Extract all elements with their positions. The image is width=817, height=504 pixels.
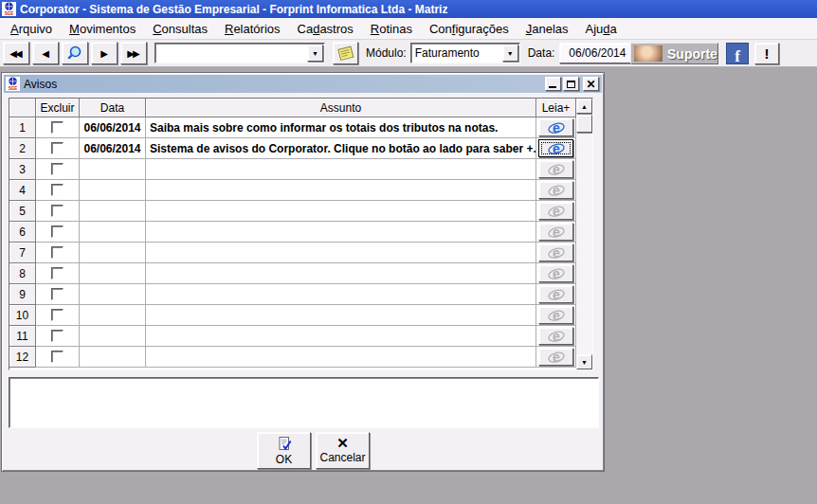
excluir-checkbox[interactable] (51, 184, 64, 196)
maximize-button[interactable] (563, 77, 579, 91)
support-button[interactable]: Suporte (630, 43, 718, 64)
data-cell[interactable]: 06/06/2014 (80, 117, 146, 138)
assunto-cell[interactable] (146, 326, 536, 347)
excluir-checkbox[interactable] (51, 309, 64, 321)
minimize-button[interactable] (545, 77, 561, 91)
alert-button[interactable]: ! (754, 43, 779, 64)
ok-label: OK (276, 453, 292, 466)
data-cell[interactable] (80, 326, 146, 347)
excluir-cell[interactable] (36, 243, 80, 263)
leia-mais-button[interactable]: e (538, 327, 573, 345)
excluir-cell[interactable] (36, 138, 80, 159)
excluir-cell[interactable] (36, 305, 80, 326)
leia-mais-button[interactable]: e (538, 243, 573, 261)
data-cell[interactable] (80, 305, 146, 326)
leia-mais-button[interactable]: e (538, 348, 573, 366)
menu-item-configuracoes[interactable]: Configurações (421, 19, 517, 39)
scroll-down-button[interactable]: ▼ (576, 354, 592, 369)
search-dropdown-button[interactable]: ▼ (307, 45, 323, 62)
leia-mais-button[interactable]: e (538, 118, 573, 136)
assunto-cell[interactable] (146, 284, 536, 305)
leia-mais-button[interactable]: e (538, 306, 573, 324)
module-combobox[interactable]: ▼ (410, 43, 520, 63)
next-record-button[interactable]: ▶ (91, 42, 118, 64)
date-field[interactable]: 06/06/2014 (559, 43, 635, 63)
data-cell[interactable] (80, 347, 146, 368)
leia-mais-button[interactable]: e (538, 264, 573, 282)
data-cell[interactable] (80, 159, 146, 180)
assunto-cell[interactable] (146, 243, 536, 263)
excluir-checkbox[interactable] (51, 288, 64, 300)
data-cell[interactable] (80, 180, 146, 201)
data-cell[interactable] (80, 243, 146, 263)
row-number: 10 (9, 305, 36, 326)
scroll-up-button[interactable]: ▲ (576, 99, 592, 114)
excluir-checkbox[interactable] (51, 351, 64, 363)
search-button[interactable] (62, 42, 88, 64)
first-record-button[interactable]: ◀◀ (3, 42, 29, 64)
excluir-checkbox[interactable] (51, 267, 64, 279)
data-cell[interactable] (80, 201, 146, 222)
excluir-cell[interactable] (36, 347, 80, 368)
menu-item-relatorios[interactable]: Relatórios (216, 19, 289, 39)
leia-mais-button[interactable]: e (538, 285, 573, 303)
module-dropdown-button[interactable]: ▼ (502, 45, 518, 62)
leia-mais-button[interactable]: e (538, 160, 573, 178)
menu-item-arquivo[interactable]: Arquivo (2, 19, 61, 39)
assunto-cell[interactable] (146, 159, 536, 180)
excluir-cell[interactable] (36, 201, 80, 222)
excluir-checkbox[interactable] (51, 121, 64, 134)
data-cell[interactable] (80, 263, 146, 284)
leia-mais-button[interactable]: e (538, 139, 573, 157)
last-record-button[interactable]: ▶▶ (120, 42, 147, 64)
assunto-cell[interactable] (146, 180, 536, 201)
leia-mais-button[interactable]: e (538, 181, 573, 199)
excluir-checkbox[interactable] (51, 225, 64, 238)
excluir-cell[interactable] (36, 180, 80, 201)
assunto-cell[interactable] (146, 201, 536, 222)
notes-button[interactable] (333, 42, 358, 64)
assunto-cell[interactable] (146, 347, 536, 368)
excluir-checkbox[interactable] (51, 246, 64, 259)
menu-item-cadastros[interactable]: Cadastros (289, 19, 362, 39)
excluir-checkbox[interactable] (51, 163, 64, 175)
table-row: 10 e (9, 305, 576, 326)
leia-mais-button[interactable]: e (538, 223, 573, 241)
assunto-cell[interactable] (146, 305, 536, 326)
assunto-cell[interactable] (146, 263, 536, 284)
excluir-cell[interactable] (36, 222, 80, 243)
data-cell[interactable] (80, 284, 146, 305)
excluir-checkbox[interactable] (51, 205, 64, 217)
header-leia: Leia+ (536, 99, 576, 117)
menu-item-rotinas[interactable]: Rotinas (362, 19, 421, 39)
excluir-cell[interactable] (36, 159, 80, 180)
close-button[interactable]: ✕ (583, 77, 599, 91)
menu-item-janelas[interactable]: Janelas (517, 19, 577, 39)
assunto-cell[interactable]: Saiba mais sobre como informar os totais… (146, 117, 536, 138)
data-cell[interactable] (80, 222, 146, 243)
header-row-number (9, 99, 36, 117)
assunto-cell[interactable] (146, 222, 536, 243)
memo-textarea[interactable] (9, 377, 599, 428)
leia-cell: e (536, 201, 576, 222)
menu-item-consultas[interactable]: Consultas (144, 19, 216, 39)
excluir-cell[interactable] (36, 326, 80, 347)
excluir-cell[interactable] (36, 117, 80, 138)
cancel-button[interactable]: ✕ Cancelar (316, 432, 370, 469)
search-combobox[interactable]: ▼ (154, 43, 325, 63)
ok-button[interactable]: OK (257, 432, 311, 469)
menu-item-ajuda[interactable]: Ajuda (577, 19, 626, 39)
scroll-thumb[interactable] (576, 115, 592, 133)
leia-mais-button[interactable]: e (538, 202, 573, 220)
excluir-cell[interactable] (36, 263, 80, 284)
search-input[interactable] (155, 44, 324, 63)
excluir-checkbox[interactable] (51, 142, 64, 154)
assunto-cell[interactable]: Sistema de avisos do Corporator. Clique … (146, 138, 536, 159)
grid-scrollbar[interactable]: ▲ ▼ (576, 99, 592, 369)
previous-record-button[interactable]: ◀ (32, 42, 59, 64)
menu-item-movimentos[interactable]: Movimentos (61, 19, 144, 39)
data-cell[interactable]: 06/06/2014 (80, 138, 146, 159)
facebook-button[interactable]: f (726, 43, 749, 64)
excluir-cell[interactable] (36, 284, 80, 305)
excluir-checkbox[interactable] (51, 330, 64, 342)
